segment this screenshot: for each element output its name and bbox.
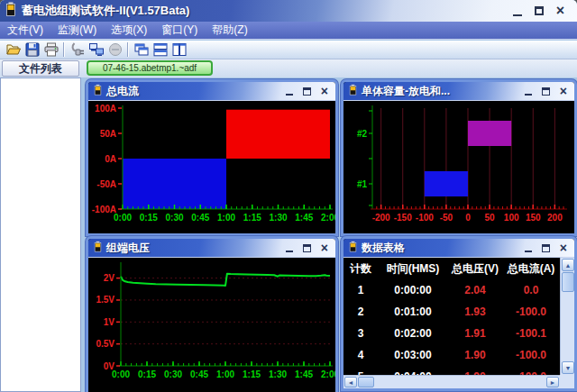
chart-cell-capacity: #1#2-200-150-100-50050100150200 — [343, 100, 574, 233]
svg-text:1.5V: 1.5V — [96, 295, 114, 305]
table-row[interactable]: 10:00:002.040.0 — [343, 279, 560, 301]
svg-text:2:00: 2:00 — [321, 369, 335, 379]
maximize-button[interactable] — [303, 244, 311, 252]
svg-text:1:00: 1:00 — [217, 213, 235, 223]
close-button[interactable]: × — [556, 5, 564, 17]
svg-text:0:00: 0:00 — [112, 369, 130, 379]
scroll-up-icon[interactable]: ▲ — [562, 259, 574, 271]
maximize-button[interactable] — [303, 87, 311, 96]
maximize-button[interactable] — [535, 6, 544, 15]
open-file-icon[interactable] — [4, 41, 23, 58]
table-cell: 0.0 — [502, 284, 560, 296]
application-window: 蓄电池组测试软件-II(V1.57Bata) × 文件(V)监测(W)选项(X)… — [0, 0, 577, 392]
window-data-table[interactable]: 数据表格 × 计数时间(HMS)总电压(V)总电流(A)10:00:002.04… — [341, 236, 577, 391]
close-button[interactable]: × — [321, 242, 328, 254]
svg-text:-150: -150 — [394, 213, 412, 223]
svg-text:2:00: 2:00 — [321, 213, 335, 223]
window-cell-capacity[interactable]: 单体容量-放电和... × #1#2-200-150-100-500501001… — [341, 79, 577, 236]
menu-monitor[interactable]: 监测(W) — [58, 23, 96, 38]
toolbar-separator — [63, 42, 65, 57]
svg-text:-50A: -50A — [96, 179, 116, 189]
table-row[interactable]: 40:03:001.90-100.0 — [343, 344, 560, 366]
table-cell: -100.0 — [502, 349, 560, 361]
cell-capacity-chart: #1#2-200-150-100-50050100150200 — [343, 101, 574, 234]
scrollbar-corner — [560, 375, 574, 388]
minimize-button[interactable] — [525, 244, 532, 252]
data-table-body: 计数时间(HMS)总电压(V)总电流(A)10:00:002.040.020:0… — [343, 257, 574, 388]
file-list-panel[interactable] — [0, 77, 81, 392]
svg-text:50A: 50A — [100, 129, 116, 139]
window-cell-capacity-titlebar[interactable]: 单体容量-放电和... × — [343, 82, 574, 100]
svg-text:2V: 2V — [104, 273, 115, 283]
window-total-current[interactable]: 总电流 × 0:000:150:300:451:001:151:301:452:… — [86, 79, 338, 236]
tile-horizontal-icon[interactable] — [151, 41, 169, 58]
table-cell: 2 — [343, 305, 378, 318]
table-row[interactable]: 50:04:001.90-100.0 — [343, 366, 560, 375]
cascade-windows-icon[interactable] — [132, 41, 151, 58]
tile-vertical-icon[interactable] — [169, 41, 188, 58]
battery-icon — [349, 83, 357, 99]
table-cell: -100.1 — [502, 327, 560, 340]
scroll-down-icon[interactable]: ▼ — [562, 361, 574, 374]
scroll-left-icon[interactable]: ◄ — [344, 377, 357, 387]
window-title: 单体容量-放电和... — [362, 84, 450, 99]
menu-options[interactable]: 选项(X) — [111, 23, 147, 38]
svg-text:0:30: 0:30 — [165, 213, 183, 223]
network-monitor-icon[interactable] — [87, 41, 105, 58]
window-pack-voltage[interactable]: 组端电压 × 0:000:150:300:451:001:151:301:452… — [86, 236, 338, 392]
svg-text:-100A: -100A — [92, 205, 116, 214]
svg-text:#1: #1 — [357, 179, 368, 189]
battery-icon — [94, 240, 102, 256]
table-cell: 0:01:00 — [378, 305, 448, 318]
table-cell: 1.91 — [448, 327, 502, 340]
window-title: 总电流 — [106, 84, 139, 99]
table-row[interactable]: 20:01:001.93-100.0 — [343, 301, 560, 323]
file-list-header[interactable]: 文件列表 — [2, 60, 79, 77]
svg-text:0A: 0A — [105, 154, 116, 164]
minimize-button[interactable] — [513, 6, 522, 16]
close-button[interactable]: × — [560, 85, 567, 97]
table-cell: 0:02:00 — [378, 327, 448, 340]
vertical-scroll-thumb[interactable] — [562, 272, 574, 292]
svg-text:1:15: 1:15 — [243, 369, 261, 379]
table-cell: 0:00:00 — [378, 284, 448, 296]
svg-text:50: 50 — [485, 213, 496, 223]
chart-pack-voltage: 0:000:150:300:451:001:151:301:452:002V1.… — [88, 257, 335, 392]
horizontal-scrollbar[interactable]: ◄ ► — [343, 375, 560, 388]
minimize-button[interactable] — [286, 244, 293, 252]
chart-total-current: 0:000:150:300:451:001:151:301:452:00100A… — [88, 100, 335, 233]
menu-file[interactable]: 文件(V) — [7, 23, 43, 38]
table-header-cell: 时间(HMS) — [378, 261, 448, 277]
table-row[interactable]: 30:02:001.91-100.1 — [343, 323, 560, 344]
scroll-right-icon[interactable]: ► — [546, 377, 559, 387]
menu-help[interactable]: 帮助(Z) — [212, 23, 247, 38]
vertical-scrollbar[interactable]: ▲ ▼ — [560, 258, 574, 375]
table-header-row: 计数时间(HMS)总电压(V)总电流(A) — [343, 258, 560, 279]
file-tab[interactable]: 07-46-15.abetmp1.~adf — [87, 60, 213, 76]
window-pack-voltage-titlebar[interactable]: 组端电压 × — [88, 239, 335, 257]
maximize-button[interactable] — [542, 87, 550, 96]
minimize-button[interactable] — [525, 87, 532, 96]
table-header-cell: 总电压(V) — [448, 261, 502, 277]
maximize-button[interactable] — [542, 244, 550, 252]
svg-text:0V: 0V — [104, 361, 115, 371]
battery-icon — [349, 240, 357, 256]
close-button[interactable]: × — [321, 85, 328, 97]
window-total-current-titlebar[interactable]: 总电流 × — [88, 82, 335, 100]
file-bar: 文件列表 07-46-15.abetmp1.~adf — [0, 59, 577, 77]
menu-window[interactable]: 窗口(Y) — [161, 23, 197, 38]
print-icon[interactable] — [41, 41, 60, 58]
svg-text:1:30: 1:30 — [269, 369, 287, 379]
stop-disabled-icon — [105, 41, 124, 58]
svg-text:0:15: 0:15 — [138, 369, 156, 379]
connect-device-icon[interactable] — [68, 41, 87, 58]
svg-text:100: 100 — [504, 213, 519, 223]
svg-text:1:45: 1:45 — [295, 213, 313, 223]
svg-text:200: 200 — [547, 213, 563, 223]
save-file-icon[interactable] — [23, 41, 41, 58]
window-data-table-titlebar[interactable]: 数据表格 × — [343, 239, 574, 257]
horizontal-scroll-thumb[interactable] — [358, 377, 374, 387]
close-button[interactable]: × — [560, 242, 567, 254]
minimize-button[interactable] — [286, 87, 293, 96]
svg-text:0:00: 0:00 — [114, 213, 132, 223]
